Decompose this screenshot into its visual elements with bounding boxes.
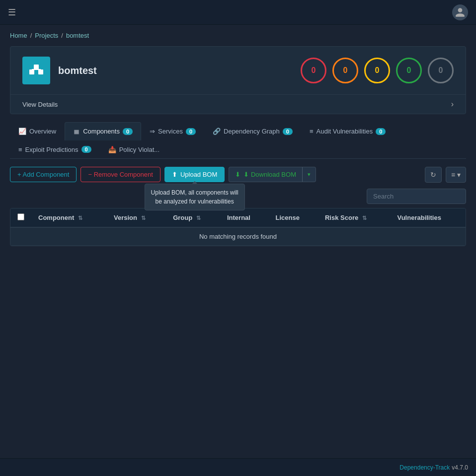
breadcrumb-home[interactable]: Home — [10, 32, 27, 39]
th-vulnerabilities: Vulnerabilities — [390, 208, 466, 227]
toolbar-right: ↻ ≡ ▾ — [425, 167, 466, 183]
sort-group-icon: ⇅ — [196, 215, 201, 221]
chevron-right-icon: › — [451, 100, 454, 109]
view-details-bar[interactable]: View Details › — [10, 94, 466, 114]
breadcrumb-sep2: / — [61, 32, 63, 39]
tab-overview-label: Overview — [29, 128, 56, 135]
tab-audit-vulnerabilities[interactable]: ≡ Audit Vulnerabilities 0 — [301, 122, 394, 140]
view-icon: ≡ ▾ — [451, 171, 461, 179]
remove-component-button[interactable]: − Remove Component — [80, 167, 160, 182]
score-low: 0 — [396, 58, 422, 83]
svg-rect-2 — [34, 65, 39, 69]
navbar-right — [452, 4, 468, 20]
project-header: bomtest 0 0 0 0 0 — [10, 47, 466, 94]
download-bom-button[interactable]: ⬇ ⬇ Download BOM — [229, 167, 302, 182]
sort-risk-icon: ⇅ — [362, 215, 367, 221]
th-checkbox — [10, 208, 31, 227]
download-bom-dropdown: ⬇ ⬇ Download BOM ▾ — [229, 167, 316, 182]
tab-dependency-graph-label: Dependency Graph — [224, 128, 280, 135]
score-critical: 0 — [301, 58, 326, 83]
project-info: bomtest — [22, 57, 97, 84]
upload-bom-label: Upload BOM — [180, 171, 217, 178]
main-content: bomtest 0 0 0 0 0 View Details › 📈 Overv… — [0, 46, 476, 256]
select-all-checkbox[interactable] — [17, 213, 24, 220]
breadcrumb: Home / Projects / bomtest — [0, 25, 476, 46]
tab-dependency-graph[interactable]: 🔗 Dependency Graph 0 — [204, 122, 301, 140]
refresh-button[interactable]: ↻ — [425, 167, 442, 183]
tab-services[interactable]: ⇒ Services 0 — [141, 122, 204, 140]
components-icon — [73, 128, 80, 136]
download-icon: ⬇ — [235, 171, 240, 178]
overview-icon: 📈 — [18, 128, 26, 135]
tab-policy-violations-label: Policy Violat... — [119, 146, 159, 153]
sort-version-icon: ⇅ — [141, 215, 146, 221]
view-toggle-button[interactable]: ≡ ▾ — [446, 167, 466, 183]
navbar: ☰ — [0, 0, 476, 25]
th-version[interactable]: Version ⇅ — [107, 208, 166, 227]
th-component[interactable]: Component ⇅ — [31, 208, 107, 227]
th-risk-score[interactable]: Risk Score ⇅ — [318, 208, 391, 227]
footer: Dependency-Track v4.7.0 — [0, 458, 476, 476]
footer-version: v4.7.0 — [452, 464, 468, 471]
tab-audit-vulnerabilities-label: Audit Vulnerabilities — [316, 128, 373, 135]
components-badge: 0 — [123, 128, 133, 135]
no-records-message: No matching records found — [10, 227, 466, 246]
toolbar-left: + Add Component − Remove Component ⬆ Upl… — [10, 167, 316, 182]
project-name: bomtest — [58, 65, 97, 76]
services-badge: 0 — [186, 128, 196, 135]
score-unassigned: 0 — [428, 58, 454, 83]
download-bom-caret[interactable]: ▾ — [302, 167, 316, 182]
score-medium: 0 — [364, 58, 390, 83]
table-header-row: Component ⇅ Version ⇅ Group ⇅ Internal L… — [10, 208, 466, 227]
tab-components[interactable]: Components 0 — [65, 122, 141, 140]
services-icon: ⇒ — [150, 128, 155, 135]
project-icon — [22, 57, 50, 84]
project-card: bomtest 0 0 0 0 0 View Details › — [10, 46, 466, 114]
components-table: Component ⇅ Version ⇅ Group ⇅ Internal L… — [10, 208, 466, 246]
tab-exploit-predictions[interactable]: ≡ Exploit Predictions 0 — [10, 140, 100, 158]
user-avatar[interactable] — [452, 4, 468, 20]
search-row — [10, 189, 466, 204]
th-internal: Internal — [220, 208, 269, 227]
th-group[interactable]: Group ⇅ — [166, 208, 220, 227]
exploit-pred-icon: ≡ — [18, 146, 22, 153]
add-component-label: + Add Component — [17, 171, 69, 178]
navbar-left: ☰ — [8, 7, 16, 18]
breadcrumb-current: bomtest — [66, 32, 89, 39]
upload-bom-button[interactable]: ⬆ Upload BOM — [164, 167, 225, 182]
tab-policy-violations[interactable]: 📥 Policy Violat... — [100, 140, 168, 158]
audit-vuln-icon: ≡ — [310, 128, 314, 135]
th-license: License — [269, 208, 318, 227]
svg-rect-0 — [29, 69, 34, 74]
table-container: Component ⇅ Version ⇅ Group ⇅ Internal L… — [10, 208, 466, 246]
add-component-button[interactable]: + Add Component — [10, 167, 77, 182]
empty-row: No matching records found — [10, 227, 466, 246]
dep-graph-icon: 🔗 — [213, 128, 221, 135]
refresh-icon: ↻ — [430, 171, 436, 179]
tab-exploit-predictions-label: Exploit Predictions — [25, 146, 79, 153]
score-circles: 0 0 0 0 0 — [301, 58, 454, 83]
svg-rect-1 — [38, 69, 43, 74]
tab-overview[interactable]: 📈 Overview — [10, 122, 65, 140]
tabs-container: 📈 Overview Components 0 ⇒ Services 0 🔗 D… — [10, 122, 466, 159]
score-high: 0 — [332, 58, 358, 83]
hamburger-icon[interactable]: ☰ — [8, 7, 16, 18]
breadcrumb-projects[interactable]: Projects — [35, 32, 58, 39]
tab-services-label: Services — [158, 128, 183, 135]
policy-viol-icon: 📥 — [108, 146, 116, 153]
toolbar: + Add Component − Remove Component ⬆ Upl… — [10, 167, 466, 183]
exploit-pred-badge: 0 — [81, 146, 91, 153]
upload-bom-container: ⬆ Upload BOM Upload BOM, all components … — [164, 167, 225, 182]
breadcrumb-sep1: / — [30, 32, 32, 39]
view-details-label: View Details — [22, 101, 58, 108]
sort-component-icon: ⇅ — [78, 215, 82, 221]
footer-brand: Dependency-Track — [399, 464, 450, 471]
audit-vuln-badge: 0 — [376, 128, 386, 135]
upload-icon: ⬆ — [172, 171, 177, 178]
tab-components-label: Components — [83, 128, 120, 135]
remove-component-label: − Remove Component — [88, 171, 153, 178]
dep-graph-badge: 0 — [283, 128, 293, 135]
download-bom-label: ⬇ Download BOM — [243, 171, 296, 178]
search-input[interactable] — [367, 189, 466, 204]
